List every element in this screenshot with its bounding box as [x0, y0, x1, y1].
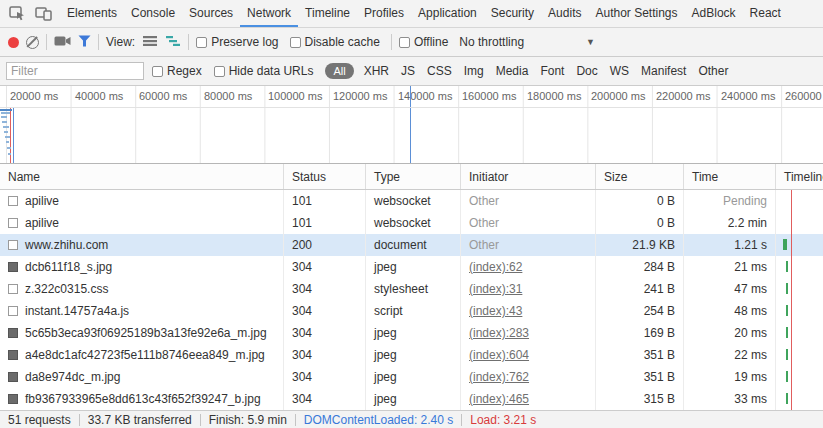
table-row[interactable]: apilive 101 websocket Other 0 B Pending: [0, 190, 823, 212]
load-time: Load: 3.21 s: [470, 413, 536, 427]
hide-data-urls-option: Hide data URLs: [214, 64, 314, 78]
header-name[interactable]: Name: [0, 164, 284, 189]
clear-icon[interactable]: [26, 36, 39, 49]
tab-timeline[interactable]: Timeline: [298, 0, 357, 27]
waterfall-bar: [786, 393, 788, 404]
status-bar: 51 requests 33.7 KB transferred Finish: …: [0, 410, 823, 428]
request-initiator: Other: [469, 194, 499, 208]
preserve-log-checkbox[interactable]: [196, 37, 207, 48]
network-overview[interactable]: [0, 108, 823, 164]
filter-funnel-icon[interactable]: [78, 35, 91, 50]
regex-checkbox[interactable]: [152, 66, 163, 77]
filter-type-img[interactable]: Img: [462, 64, 486, 78]
tab-security[interactable]: Security: [484, 0, 541, 27]
filter-type-manifest[interactable]: Manifest: [639, 64, 688, 78]
header-size[interactable]: Size: [596, 164, 684, 189]
ruler-tick: 40000 ms: [75, 90, 123, 102]
table-row[interactable]: apilive 101 websocket Other 0 B 2.2 min: [0, 212, 823, 234]
tab-profiles[interactable]: Profiles: [357, 0, 411, 27]
view-list-icon[interactable]: [142, 35, 158, 50]
request-type: jpeg: [366, 256, 461, 278]
request-initiator-link[interactable]: (index):465: [469, 392, 529, 406]
request-time: Pending: [684, 190, 776, 212]
screenshot-camera-icon[interactable]: [54, 35, 71, 50]
preserve-log-label: Preserve log: [211, 35, 278, 49]
request-initiator-link[interactable]: (index):62: [469, 260, 522, 274]
tab-console[interactable]: Console: [124, 0, 182, 27]
tab-adblock[interactable]: AdBlock: [685, 0, 743, 27]
filter-type-js[interactable]: JS: [399, 64, 417, 78]
header-type[interactable]: Type: [366, 164, 461, 189]
record-icon[interactable]: [8, 37, 19, 48]
network-toolbar: View: Preserve log Disable cache Offline…: [0, 28, 823, 57]
request-status: 304: [284, 388, 366, 410]
image-thumbnail-icon: [8, 372, 18, 382]
ruler-tick: 200000 ms: [591, 90, 645, 102]
request-size: 315 B: [596, 388, 684, 410]
request-type: websocket: [366, 212, 461, 234]
disable-cache-checkbox[interactable]: [290, 37, 301, 48]
waterfall-bar: [786, 283, 788, 294]
ruler-tick: 100000 ms: [268, 90, 322, 102]
hide-data-urls-checkbox[interactable]: [214, 66, 225, 77]
request-time: 22 ms: [684, 344, 776, 366]
offline-label: Offline: [414, 35, 448, 49]
request-type: jpeg: [366, 322, 461, 344]
table-row[interactable]: fb9367933965e8dd613c43f652f39247_b.jpg 3…: [0, 388, 823, 410]
document-resource-icon: [8, 196, 18, 206]
offline-checkbox[interactable]: [399, 37, 410, 48]
table-header-row: Name Status Type Initiator Size Time Tim…: [0, 164, 823, 190]
request-initiator-link[interactable]: (index):31: [469, 282, 522, 296]
header-initiator[interactable]: Initiator: [461, 164, 596, 189]
table-row[interactable]: 5c65b3eca93f06925189b3a13fe92e6a_m.jpg 3…: [0, 322, 823, 344]
filter-type-font[interactable]: Font: [538, 64, 566, 78]
request-initiator-link[interactable]: (index):43: [469, 304, 522, 318]
inspect-element-icon[interactable]: [3, 1, 30, 27]
tab-react[interactable]: React: [743, 0, 788, 27]
filter-type-all[interactable]: All: [325, 63, 353, 79]
timeline-ruler[interactable]: 20000 ms 40000 ms 60000 ms 80000 ms 1000…: [0, 86, 823, 108]
filter-type-xhr[interactable]: XHR: [362, 64, 391, 78]
device-toolbar-icon[interactable]: [30, 1, 57, 27]
request-name: instant.14757a4a.js: [25, 304, 129, 318]
ruler-tick: 220000 ms: [656, 90, 710, 102]
header-status[interactable]: Status: [284, 164, 366, 189]
table-row[interactable]: da8e974dc_m.jpg 304 jpeg (index):762 351…: [0, 366, 823, 388]
table-row[interactable]: dcb611f18_s.jpg 304 jpeg (index):62 284 …: [0, 256, 823, 278]
status-separator: [79, 414, 80, 426]
header-timeline[interactable]: Timeline: [776, 164, 823, 189]
filter-type-media[interactable]: Media: [494, 64, 531, 78]
request-initiator-link[interactable]: (index):604: [469, 348, 529, 362]
tab-elements[interactable]: Elements: [60, 0, 124, 27]
request-name: www.zhihu.com: [25, 238, 108, 252]
request-size: 0 B: [596, 190, 684, 212]
document-resource-icon: [8, 284, 18, 294]
request-status: 101: [284, 212, 366, 234]
request-timeline: [776, 344, 823, 366]
request-status: 304: [284, 256, 366, 278]
table-row[interactable]: a4e8dc1afc42723f5e111b8746eea849_m.jpg 3…: [0, 344, 823, 366]
waterfall-bar: [786, 371, 788, 382]
tab-application[interactable]: Application: [411, 0, 484, 27]
table-row[interactable]: z.322c0315.css 304 stylesheet (index):31…: [0, 278, 823, 300]
filter-input[interactable]: [6, 62, 144, 80]
request-initiator-link[interactable]: (index):762: [469, 370, 529, 384]
table-row[interactable]: instant.14757a4a.js 304 script (index):4…: [0, 300, 823, 322]
tab-sources[interactable]: Sources: [182, 0, 240, 27]
request-size: 351 B: [596, 344, 684, 366]
throttling-select[interactable]: No throttling ▼: [459, 35, 595, 49]
tab-audits[interactable]: Audits: [541, 0, 588, 27]
filter-type-doc[interactable]: Doc: [574, 64, 599, 78]
filter-type-ws[interactable]: WS: [608, 64, 631, 78]
request-initiator-link[interactable]: (index):283: [469, 326, 529, 340]
tab-network[interactable]: Network: [240, 0, 298, 27]
request-status: 304: [284, 300, 366, 322]
filter-type-css[interactable]: CSS: [425, 64, 454, 78]
table-row-selected[interactable]: www.zhihu.com 200 document Other 21.9 KB…: [0, 234, 823, 256]
request-status: 304: [284, 278, 366, 300]
filter-type-other[interactable]: Other: [696, 64, 730, 78]
view-overview-icon[interactable]: [165, 35, 181, 50]
request-name: fb9367933965e8dd613c43f652f39247_b.jpg: [25, 392, 261, 406]
tab-author-settings[interactable]: Author Settings: [588, 0, 684, 27]
header-time[interactable]: Time: [684, 164, 776, 189]
